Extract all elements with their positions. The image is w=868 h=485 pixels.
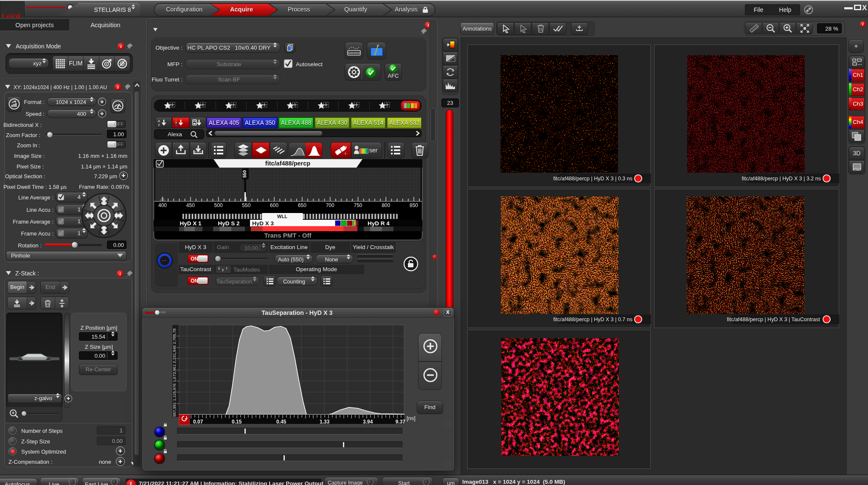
svg-text:HyD R 4: HyD R 4 — [368, 220, 390, 227]
svg-text:3.94: 3.94 — [363, 419, 373, 425]
svg-text:WLL: WLL — [277, 214, 287, 219]
svg-text:Z: Z — [158, 123, 160, 126]
svg-text:400: 400 — [158, 202, 167, 208]
svg-text:A: A — [158, 119, 160, 123]
svg-text:fitc/af488/percp: fitc/af488/percp — [265, 160, 311, 167]
svg-text:550: 550 — [242, 202, 250, 208]
svg-text:500: 500 — [214, 202, 223, 208]
svg-text:850: 850 — [410, 202, 418, 208]
svg-text:HyD X 3: HyD X 3 — [252, 220, 274, 227]
svg-text:HyD X 1: HyD X 1 — [180, 220, 202, 227]
svg-text:700: 700 — [326, 202, 334, 208]
svg-text:1.33: 1.33 — [320, 419, 330, 425]
svg-text:9.37: 9.37 — [396, 419, 406, 425]
svg-text:Trans PMT - Off: Trans PMT - Off — [264, 232, 312, 239]
svg-text:ALL: ALL — [521, 31, 526, 33]
svg-text:550: 550 — [242, 170, 247, 178]
svg-text:0.45: 0.45 — [276, 419, 287, 425]
svg-text:750: 750 — [354, 202, 362, 208]
svg-text:0.15: 0.15 — [232, 419, 242, 425]
svg-text:0.07: 0.07 — [193, 419, 203, 425]
svg-text:600: 600 — [270, 202, 278, 208]
svg-text:HyD S 2: HyD S 2 — [218, 220, 239, 227]
svg-text:800: 800 — [382, 202, 390, 208]
svg-text:557,991 1,115,976 1,673,961 2,: 557,991 1,115,976 1,673,961 2,231,946 2,… — [172, 328, 177, 417]
svg-text:650: 650 — [298, 202, 306, 208]
svg-text:450: 450 — [186, 202, 195, 208]
